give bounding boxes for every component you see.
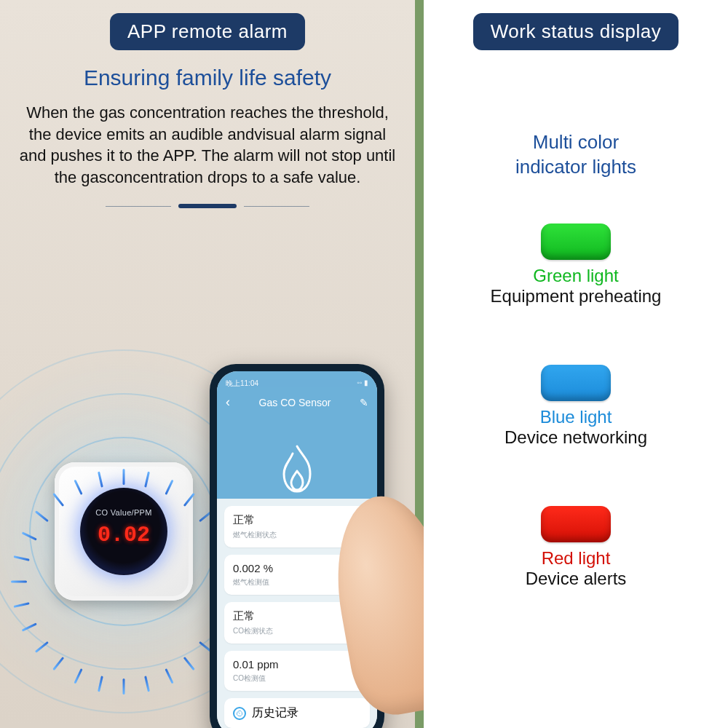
detector-unit-label: CO Value/PPM [80,508,167,517]
card-value: 正常 [233,513,361,527]
red-light-icon [541,506,611,542]
detector-reading: 0.02 [80,523,167,547]
left-badge: APP remote alarm [110,13,305,50]
right-badge: Work status display [473,13,678,50]
indicator-caption: Equipment preheating [491,286,662,306]
flame-icon [275,440,319,499]
indicator-caption: Device networking [505,427,647,448]
indicator-name: Blue light [505,407,647,427]
hand-holding-phone: 晚上11:04 ◦◦ ▮ ‹ Gas CO Sensor ✎ 正常 [188,291,421,728]
gas-detector-device: CO Value/PPM 0.02 [55,462,193,601]
card-key: CO检测值 [233,673,361,684]
app-header: 晚上11:04 ◦◦ ▮ ‹ Gas CO Sensor ✎ [217,371,377,499]
detector-face: CO Value/PPM 0.02 [80,488,167,575]
right-subtitle-line: indicator lights [515,156,636,178]
indicator-list: Green light Equipment preheating Blue li… [424,223,728,589]
phone-status-icons: ◦◦ ▮ [357,379,368,389]
divider-ornament [178,204,237,208]
left-subtitle: Ensuring family life safety [0,66,415,90]
left-panel: APP remote alarm Ensuring family life sa… [0,0,415,728]
history-label: 历史记录 [252,705,298,721]
edit-icon[interactable]: ✎ [360,397,368,408]
clock-icon: ⏲ [233,707,246,720]
app-title: Gas CO Sensor [259,397,331,408]
card-value: 0.01 ppm [233,658,361,670]
green-light-icon [541,223,611,260]
indicator-green: Green light Equipment preheating [491,223,662,306]
phone-status-time: 晚上11:04 [226,379,258,389]
indicator-red: Red light Device alerts [526,506,627,589]
reading-card[interactable]: 0.01 ppm CO检测值 [224,651,370,691]
right-subtitle: Multi color indicator lights [424,130,728,180]
right-subtitle-line: Multi color [533,131,619,153]
blue-light-icon [541,365,611,401]
indicator-name: Red light [526,548,627,569]
indicator-name: Green light [491,266,662,286]
history-row[interactable]: ⏲ 历史记录 [224,698,370,728]
card-key: CO检测状态 [233,626,361,636]
right-panel: Work status display Multi color indicato… [424,0,728,728]
left-description: When the gas concentration reaches the t… [15,102,400,189]
indicator-blue: Blue light Device networking [505,365,647,448]
indicator-caption: Device alerts [526,569,627,589]
back-icon[interactable]: ‹ [226,395,230,410]
